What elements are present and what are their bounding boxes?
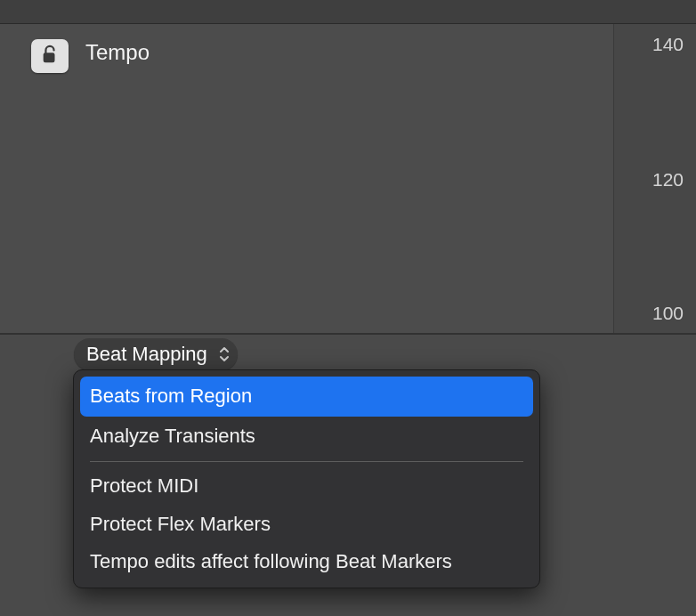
tempo-scale-ruler: 140 120 100 [613, 24, 696, 333]
menu-separator [90, 461, 523, 462]
scale-value: 100 [652, 303, 684, 324]
beat-mapping-popup-label: Beat Mapping [86, 343, 207, 366]
menu-item-beats-from-region[interactable]: Beats from Region [80, 377, 533, 417]
menu-item-analyze-transients[interactable]: Analyze Transients [80, 417, 533, 457]
chevron-up-down-icon [218, 345, 231, 363]
beat-mapping-menu: Beats from Region Analyze Transients Pro… [73, 369, 540, 588]
global-top-strip [0, 0, 696, 24]
menu-item-protect-midi[interactable]: Protect MIDI [80, 467, 533, 506]
scale-value: 120 [652, 169, 684, 190]
unlock-icon [40, 44, 60, 69]
menu-item-protect-flex-markers[interactable]: Protect Flex Markers [80, 506, 533, 544]
track-name-label: Tempo [85, 40, 150, 65]
lock-button[interactable] [31, 39, 69, 73]
menu-item-tempo-edits-affect[interactable]: Tempo edits affect following Beat Marker… [80, 543, 533, 581]
tempo-track-area [0, 24, 696, 333]
scale-value: 140 [652, 34, 684, 55]
svg-rect-0 [44, 53, 55, 62]
beat-mapping-popup-button[interactable]: Beat Mapping [74, 338, 238, 370]
